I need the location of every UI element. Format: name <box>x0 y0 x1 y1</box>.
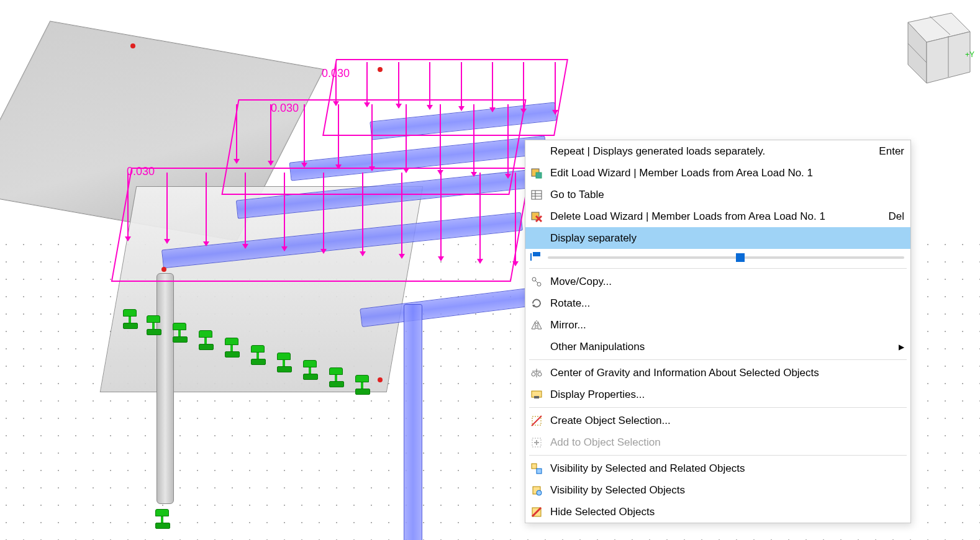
context-menu[interactable]: Repeat | Displays generated loads separa… <box>525 140 911 523</box>
svg-rect-35 <box>532 464 537 469</box>
menu-item-label: Delete Load Wizard | Member Loads from A… <box>550 210 869 223</box>
wizard-delete-icon <box>529 209 544 224</box>
column <box>157 273 174 504</box>
menu-item-rotate[interactable]: Rotate... <box>525 292 910 314</box>
svg-point-27 <box>538 372 542 376</box>
viewcube-axis-label: +Y <box>965 50 974 59</box>
menu-item-visibility-selected-related[interactable]: Visibility by Selected and Related Objec… <box>525 457 910 479</box>
menu-item-label: Hide Selected Objects <box>550 506 904 518</box>
menu-item-label: Mirror... <box>550 319 904 331</box>
menu-item-label: Rotate... <box>550 297 904 310</box>
node-marker <box>378 67 383 72</box>
node-marker <box>161 267 166 272</box>
svg-line-31 <box>532 416 542 426</box>
wizard-edit-icon <box>529 166 544 181</box>
menu-item-add-to-object-selection: Add to Object Selection <box>525 431 910 453</box>
menu-item-other-manipulations[interactable]: Other Manipulations ▶ <box>525 336 910 358</box>
svg-rect-29 <box>534 396 539 398</box>
svg-rect-36 <box>537 469 542 474</box>
menu-item-mirror[interactable]: Mirror... <box>525 314 910 336</box>
menu-item-repeat[interactable]: Repeat | Displays generated loads separa… <box>525 140 910 162</box>
blank-icon <box>529 340 544 354</box>
svg-point-38 <box>537 490 542 495</box>
node-marker <box>130 43 135 48</box>
menu-separator <box>529 359 907 360</box>
menu-item-label: Visibility by Selected and Related Objec… <box>550 462 904 475</box>
load-arrows <box>127 173 519 222</box>
blank-icon <box>529 144 544 159</box>
menu-item-create-object-selection[interactable]: Create Object Selection... <box>525 410 910 431</box>
svg-marker-23 <box>538 322 542 329</box>
menu-item-visibility-selected[interactable]: Visibility by Selected Objects <box>525 479 910 501</box>
load-value-label: 0.030 <box>322 67 350 80</box>
hide-icon <box>529 505 544 520</box>
menu-separator <box>529 268 907 269</box>
menu-item-label: Center of Gravity and Information About … <box>550 367 904 379</box>
svg-line-19 <box>535 281 538 283</box>
menu-item-label: Display Properties... <box>550 389 904 401</box>
menu-item-delete-load-wizard[interactable]: Delete Load Wizard | Member Loads from A… <box>525 205 910 227</box>
slider-track[interactable] <box>548 256 904 259</box>
blank-icon <box>529 231 544 246</box>
menu-item-label: Create Object Selection... <box>550 415 904 427</box>
node-marker <box>378 377 383 382</box>
visibility-related-icon <box>529 461 544 476</box>
menu-item-hide-selected[interactable]: Hide Selected Objects <box>525 501 910 523</box>
menu-item-label: Go to Table <box>550 189 904 201</box>
rotate-icon <box>529 296 544 311</box>
load-value-label: 0.030 <box>127 165 155 178</box>
menu-item-transparency-slider[interactable] <box>525 249 910 266</box>
menu-item-go-to-table[interactable]: Go to Table <box>525 184 910 205</box>
mirror-icon <box>529 318 544 333</box>
menu-item-shortcut: Del <box>876 210 904 223</box>
menu-item-label: Add to Object Selection <box>550 436 904 449</box>
view-cube[interactable]: +Y <box>883 4 976 91</box>
menu-item-label: Display separately <box>550 232 904 245</box>
scale-icon <box>529 366 544 380</box>
menu-item-display-properties[interactable]: Display Properties... <box>525 384 910 405</box>
menu-item-shortcut: Enter <box>866 145 904 158</box>
column-beam <box>404 304 422 540</box>
menu-separator <box>529 407 907 408</box>
menu-item-label: Other Manipulations <box>550 341 887 353</box>
svg-rect-7 <box>536 173 542 178</box>
svg-marker-22 <box>532 322 535 329</box>
move-copy-icon <box>529 274 544 289</box>
slider-thumb[interactable] <box>736 253 745 262</box>
load-value-label: 0.030 <box>271 102 299 115</box>
menu-item-label: Move/Copy... <box>550 276 904 288</box>
svg-point-26 <box>532 372 535 376</box>
menu-separator <box>529 455 907 456</box>
menu-item-label: Repeat | Displays generated loads separa… <box>550 145 860 158</box>
transparency-icon <box>529 250 542 266</box>
svg-rect-8 <box>532 191 542 199</box>
menu-item-label: Edit Load Wizard | Member Loads from Are… <box>550 167 904 179</box>
menu-item-label: Visibility by Selected Objects <box>550 484 904 497</box>
menu-item-display-separately[interactable]: Display separately <box>525 227 910 249</box>
selection-create-icon <box>529 413 544 428</box>
table-icon <box>529 187 544 202</box>
selection-add-icon <box>529 435 544 450</box>
visibility-selected-icon <box>529 483 544 498</box>
submenu-arrow-icon: ▶ <box>899 343 904 351</box>
svg-rect-16 <box>533 252 540 256</box>
menu-item-move-copy[interactable]: Move/Copy... <box>525 271 910 292</box>
display-props-icon <box>529 387 544 402</box>
menu-item-edit-load-wizard[interactable]: Edit Load Wizard | Member Loads from Are… <box>525 162 910 184</box>
menu-item-center-of-gravity[interactable]: Center of Gravity and Information About … <box>525 362 910 384</box>
